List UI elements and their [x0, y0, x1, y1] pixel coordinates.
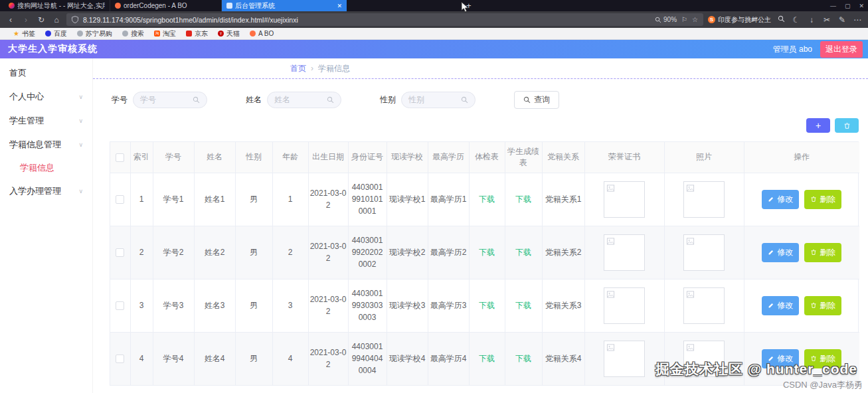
photo-image-placeholder[interactable] — [683, 287, 725, 324]
select-all-checkbox[interactable] — [116, 153, 124, 162]
zoom-indicator[interactable]: 90% — [655, 16, 677, 23]
browser-navbar: ‹ › ↻ ⌂ 8.129.11.174:9005/springboot1hme… — [0, 11, 868, 28]
row-checkbox[interactable] — [116, 248, 124, 257]
cell-gender: 男 — [235, 332, 272, 385]
honor-image-placeholder[interactable] — [604, 341, 645, 377]
column-header: 性别 — [235, 142, 272, 173]
baidu-favicon-icon — [45, 31, 51, 37]
bookmark-abo[interactable]: A BO — [250, 30, 274, 37]
checkup-download-link[interactable]: 下载 — [479, 248, 495, 257]
downloads-icon[interactable]: ↓ — [806, 16, 817, 24]
column-header: 党籍关系 — [542, 142, 584, 173]
broken-image-icon — [606, 237, 615, 246]
student-no-input[interactable]: 学号 — [133, 92, 207, 108]
chevron-down-icon: ∨ — [78, 188, 83, 195]
sidebar-item-enrollment-management[interactable]: 入学办理管理 ∨ — [0, 179, 92, 203]
checkbox-cell — [110, 279, 130, 332]
minimize-icon[interactable]: — — [830, 3, 836, 9]
back-icon[interactable]: ‹ — [5, 16, 16, 24]
breadcrumb-home-link[interactable]: 首页 — [290, 63, 306, 74]
cell-age: 4 — [272, 332, 308, 385]
reader-flag-icon[interactable]: ⚐ — [681, 16, 687, 23]
reload-icon[interactable]: ↻ — [36, 16, 46, 24]
site-info-shield-icon[interactable] — [72, 16, 78, 23]
sidebar-item-student-management[interactable]: 学生管理 ∨ — [0, 109, 92, 133]
maximize-icon[interactable]: ▢ — [845, 3, 851, 9]
highlight-pen-icon[interactable]: ✎ — [837, 16, 847, 24]
gender-input[interactable]: 性别 — [401, 92, 476, 108]
score-download-link[interactable]: 下载 — [515, 248, 531, 257]
score-download-link[interactable]: 下载 — [515, 195, 531, 204]
photo-image-placeholder[interactable] — [683, 181, 725, 218]
browser-tab-admin-active[interactable]: 后台管理系统 ✕ — [222, 0, 347, 11]
address-bar[interactable]: 8.129.11.174:9005/springboot1hme0/admin/… — [66, 13, 703, 26]
delete-button[interactable]: 删除 — [804, 243, 841, 262]
cell-name: 姓名4 — [194, 332, 235, 385]
logout-button[interactable]: 退出登录 — [820, 41, 863, 58]
edit-button[interactable]: 修改 — [762, 296, 799, 315]
bookmark-jd[interactable]: 京东 — [186, 29, 208, 39]
edit-button[interactable]: 修改 — [762, 243, 799, 262]
row-checkbox[interactable] — [116, 354, 124, 363]
honor-image-placeholder[interactable] — [604, 287, 645, 324]
search-icon[interactable] — [776, 15, 786, 24]
checkup-download-link[interactable]: 下载 — [479, 354, 495, 363]
bookmark-star-icon[interactable]: ☆ — [692, 16, 698, 23]
home-icon[interactable]: ⌂ — [51, 16, 62, 24]
more-tools-icon[interactable]: ⋯ — [852, 16, 863, 24]
name-input[interactable]: 姓名 — [267, 92, 341, 108]
cell-age: 3 — [272, 279, 308, 332]
cell-party: 党籍关系4 — [542, 332, 584, 385]
bookmark-baidu[interactable]: 百度 — [45, 29, 67, 39]
sidebar-item-personal-center[interactable]: 个人中心 ∨ — [0, 85, 92, 109]
edit-button[interactable]: 修改 — [762, 190, 799, 209]
cell-score: 下载 — [505, 332, 542, 385]
query-button[interactable]: 查询 — [514, 91, 559, 109]
delete-button[interactable]: 删除 — [804, 190, 841, 209]
breadcrumb: 首页 › 学籍信息 — [93, 58, 868, 79]
row-checkbox[interactable] — [116, 195, 124, 204]
bookmark-tmall[interactable]: T天猫 — [218, 29, 240, 39]
sogou-favicon-icon — [9, 3, 15, 9]
browser-tab-ordercodegen[interactable]: orderCodegen - A BO — [110, 0, 222, 11]
cell-index: 3 — [130, 279, 153, 332]
bookmark-taobao[interactable]: 淘淘宝 — [154, 29, 176, 39]
search-field-name: 姓名 姓名 — [246, 92, 341, 108]
cell-index: 4 — [130, 332, 153, 385]
checkup-download-link[interactable]: 下载 — [479, 301, 495, 310]
broken-image-icon — [686, 290, 695, 299]
honor-image-placeholder[interactable] — [604, 181, 645, 218]
close-icon[interactable]: ✕ — [859, 3, 864, 9]
score-download-link[interactable]: 下载 — [515, 354, 531, 363]
row-checkbox[interactable] — [116, 301, 124, 310]
add-button[interactable]: + — [806, 118, 830, 133]
checkup-download-link[interactable]: 下载 — [479, 195, 495, 204]
cell-id_no: 440300199202020002 — [348, 226, 387, 279]
forward-icon[interactable]: › — [21, 16, 31, 24]
screenshot-scissors-icon[interactable]: ✂ — [822, 16, 832, 24]
tab-close-icon[interactable]: ✕ — [337, 3, 342, 9]
bookmarks-menu[interactable]: ★ 书签 — [13, 29, 35, 39]
delete-button[interactable]: 删除 — [804, 296, 841, 315]
browser-tab-sogou[interactable]: 搜狗网址导航 - - 网址大全,实用网址 — [4, 0, 110, 11]
bookmarks-label: 书签 — [22, 29, 35, 39]
cell-checkup: 下载 — [469, 279, 505, 332]
bookmark-suning[interactable]: 苏宁易购 — [77, 29, 112, 39]
sidebar-item-xueji-management[interactable]: 学籍信息管理 ∨ — [0, 133, 92, 157]
table-row: 3学号3姓名3男32021-03-02440300199303030003现读学… — [110, 279, 859, 332]
admin-user-label[interactable]: 管理员 abo — [773, 44, 812, 55]
globe-icon — [77, 31, 83, 37]
table-row: 2学号2姓名2男22021-03-02440300199202020002现读学… — [110, 226, 859, 279]
honor-image-placeholder[interactable] — [604, 234, 645, 271]
sidebar-item-xueji-info[interactable]: 学籍信息 — [0, 157, 92, 179]
bookmark-search[interactable]: 搜索 — [122, 29, 144, 39]
news-extension-button[interactable]: S 印度参与挑衅公主 — [708, 15, 771, 25]
sidebar-item-home[interactable]: 首页 — [0, 61, 92, 85]
chevron-down-icon: ∨ — [78, 118, 83, 124]
cell-student_no: 学号3 — [153, 279, 194, 332]
night-mode-icon[interactable]: ☾ — [791, 16, 802, 24]
score-download-link[interactable]: 下载 — [515, 301, 531, 310]
batch-delete-button[interactable] — [835, 118, 859, 133]
chevron-down-icon: ∨ — [78, 141, 83, 148]
photo-image-placeholder[interactable] — [683, 234, 725, 271]
